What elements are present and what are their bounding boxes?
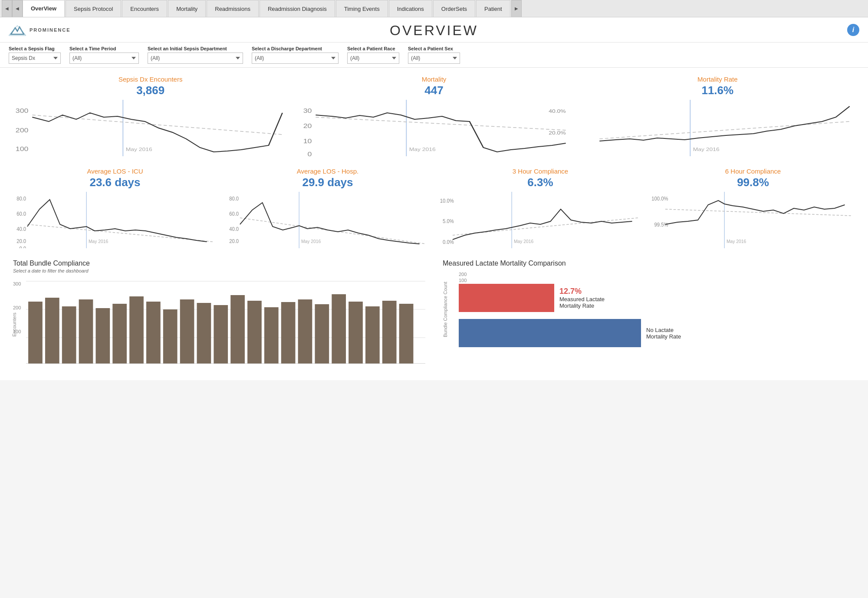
svg-text:0.0: 0.0	[19, 246, 26, 248]
tab-indications[interactable]: Indications	[389, 0, 432, 17]
svg-text:40.0%: 40.0%	[549, 108, 566, 114]
svg-text:10: 10	[303, 138, 312, 145]
svg-rect-55	[112, 304, 127, 364]
filter-sepsis-flag-label: Select a Sepsis Flag	[9, 46, 61, 51]
bottom-section: Total Bundle Compliance Select a date to…	[9, 256, 859, 376]
svg-text:May 2016: May 2016	[301, 239, 321, 244]
svg-text:May 2016: May 2016	[693, 147, 719, 152]
bundle-compliance-chart: 300 200 100 Encounters	[13, 277, 425, 372]
svg-text:20.0: 20.0	[16, 238, 26, 244]
lactate-bar-row-1: 12.7% Measured LactateMortality Rate	[459, 284, 855, 312]
logo-area: PROMINENCE	[9, 23, 71, 36]
svg-rect-64	[264, 307, 279, 364]
tab-overview[interactable]: OverView	[23, 0, 65, 17]
metrics-row-2: Average LOS - ICU 23.6 days 80.0 60.0 40…	[9, 164, 859, 252]
svg-rect-60	[197, 303, 211, 364]
lactate-label-2: No LactateMortality Rate	[646, 327, 681, 340]
svg-rect-72	[399, 304, 414, 364]
svg-rect-61	[214, 305, 228, 364]
chart-mortality: 30 20 10 0 May 2016 40.0% 20.0%	[296, 100, 571, 156]
svg-text:10.0%: 10.0%	[440, 198, 454, 204]
metric-mortality-rate-value: 11.6%	[580, 84, 855, 97]
metric-avg-los-icu-title: Average LOS - ICU	[13, 168, 217, 175]
page-header: PROMINENCE OVERVIEW i	[0, 17, 868, 43]
svg-rect-70	[365, 306, 380, 364]
metric-avg-los-hosp: Average LOS - Hosp. 29.9 days 80.0 60.0 …	[221, 164, 434, 252]
svg-text:May 2016: May 2016	[514, 239, 533, 244]
svg-rect-56	[129, 296, 144, 364]
info-button[interactable]: i	[847, 24, 859, 36]
metric-sepsis-dx-encounters: Sepsis Dx Encounters 3,869 300 200 100 0…	[9, 72, 292, 160]
tab-readmissions[interactable]: Readmissions	[207, 0, 259, 17]
svg-text:80.0: 80.0	[16, 196, 26, 201]
svg-line-15	[316, 117, 566, 130]
svg-rect-63	[247, 301, 262, 364]
svg-text:20: 20	[303, 123, 312, 129]
lactate-chart-container: Bundle Compliance Count 200 100 12.7% Me…	[443, 272, 855, 347]
chart-sepsis-dx: 300 200 100 0 May 2016	[13, 100, 288, 156]
chart-avg-los-hosp: 80.0 60.0 40.0 20.0 May 2016	[226, 192, 430, 248]
bundle-compliance-title: Total Bundle Compliance	[13, 260, 425, 267]
tab-readmission-diagnosis[interactable]: Readmission Diagnosis	[260, 0, 335, 17]
filter-sepsis-flag-select[interactable]: Sepsis Dx Sepsis Shock All	[9, 53, 61, 64]
lactate-y-labels: 200 100	[459, 272, 855, 283]
tab-encounters[interactable]: Encounters	[122, 0, 167, 17]
filter-time-period-label: Select a Time Period	[69, 46, 139, 51]
metric-3hr-compliance: 3 Hour Compliance 6.3% 10.0% 5.0% 0.0% M…	[434, 164, 647, 252]
chart-6hr-compliance: 100.0% 99.5% May 2016	[651, 192, 855, 248]
x-axis-encounters-label: Encounters	[12, 312, 17, 337]
svg-text:60.0: 60.0	[16, 211, 26, 217]
svg-text:May 2016: May 2016	[727, 239, 746, 244]
lactate-bars-area: 200 100 12.7% Measured LactateMortality …	[459, 272, 855, 347]
svg-rect-57	[146, 302, 161, 364]
y-label-200: 200	[13, 305, 21, 310]
bundle-bar-svg	[26, 277, 425, 364]
filter-patient-sex: Select a Patient Sex (All) Male Female	[408, 46, 460, 64]
svg-rect-51	[45, 298, 59, 364]
metrics-row-1: Sepsis Dx Encounters 3,869 300 200 100 0…	[9, 72, 859, 160]
svg-rect-53	[79, 299, 93, 364]
svg-line-28	[27, 224, 213, 242]
filter-time-period-select[interactable]: (All) Last Month Last Quarter	[69, 53, 139, 64]
svg-text:May 2016: May 2016	[409, 147, 436, 152]
metric-6hr-compliance-value: 99.8%	[651, 176, 855, 189]
bundle-compliance-card: Total Bundle Compliance Select a date to…	[9, 256, 430, 376]
filter-patient-sex-select[interactable]: (All) Male Female	[408, 53, 460, 64]
chart-3hr-compliance: 10.0% 5.0% 0.0% May 2016	[438, 192, 642, 248]
filter-discharge-dept: Select a Discharge Department (All) ED I…	[252, 46, 339, 64]
filter-sepsis-flag: Select a Sepsis Flag Sepsis Dx Sepsis Sh…	[9, 46, 61, 64]
filter-discharge-dept-label: Select a Discharge Department	[252, 46, 339, 51]
svg-text:60.0: 60.0	[229, 211, 239, 217]
svg-line-8	[32, 115, 282, 135]
filter-time-period: Select a Time Period (All) Last Month La…	[69, 46, 139, 64]
tab-timing-events[interactable]: Timing Events	[336, 0, 388, 17]
metric-avg-los-hosp-value: 29.9 days	[226, 176, 430, 189]
metric-mortality-rate: Mortality Rate 11.6% May 2016	[576, 72, 859, 160]
logo-text: PROMINENCE	[30, 27, 71, 33]
logo-icon	[9, 23, 26, 36]
tab-next-button[interactable]: ▶	[511, 0, 522, 17]
lactate-red-bar	[459, 284, 554, 312]
filter-discharge-dept-select[interactable]: (All) ED ICU	[252, 53, 339, 64]
tab-mortality[interactable]: Mortality	[168, 0, 206, 17]
metric-6hr-compliance: 6 Hour Compliance 99.8% 100.0% 99.5% May…	[647, 164, 859, 252]
svg-text:May 2016: May 2016	[89, 239, 108, 244]
metric-3hr-compliance-title: 3 Hour Compliance	[438, 168, 642, 175]
tab-ordersets[interactable]: OrderSets	[433, 0, 475, 17]
lactate-label-1: 12.7% Measured LactateMortality Rate	[559, 287, 605, 309]
y-label-300: 300	[13, 281, 21, 286]
filter-initial-dept-select[interactable]: (All) ED ICU	[148, 53, 243, 64]
filter-patient-race-select[interactable]: (All) White Black	[347, 53, 399, 64]
tab-prev2-button[interactable]: ◀	[12, 0, 23, 17]
svg-text:100.0%: 100.0%	[651, 196, 668, 201]
main-content: Sepsis Dx Encounters 3,869 300 200 100 0…	[0, 68, 868, 380]
lactate-blue-bar	[459, 319, 641, 347]
lactate-y-200: 200	[459, 272, 855, 277]
tab-prev-button[interactable]: ◀	[2, 0, 12, 17]
svg-rect-68	[332, 294, 346, 364]
metric-sepsis-dx-value: 3,869	[13, 84, 288, 97]
lactate-pct-1: 12.7%	[559, 287, 605, 296]
svg-text:100: 100	[16, 146, 29, 152]
tab-patient[interactable]: Patient	[476, 0, 510, 17]
tab-sepsis-protocol[interactable]: Sepsis Protocol	[66, 0, 121, 17]
